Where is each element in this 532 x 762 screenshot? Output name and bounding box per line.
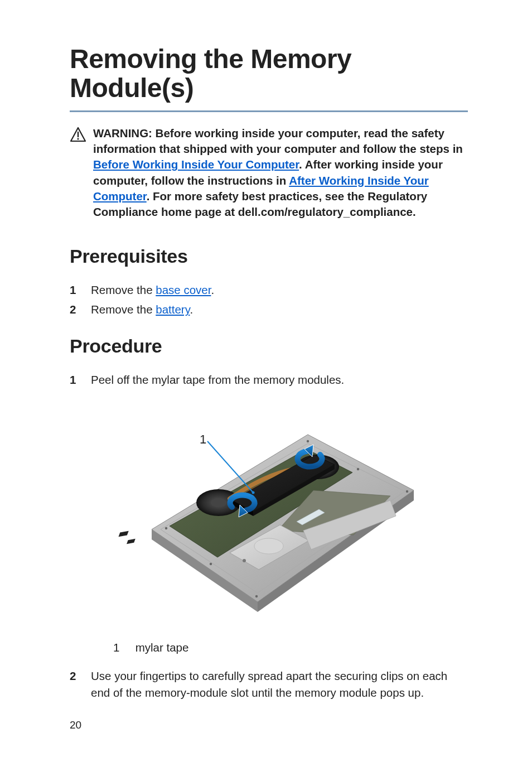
link-base-cover[interactable]: base cover [156,283,211,296]
svg-rect-21 [118,530,128,537]
procedure-list-part2: 2 Use your fingertips to carefully sprea… [70,668,468,702]
svg-point-14 [254,538,283,554]
prerequisites-list: 1 Remove the base cover. 2 Remove the ba… [70,282,468,319]
warning-icon [70,127,86,144]
heading-procedure: Procedure [70,335,468,357]
legend-label: mylar tape [136,641,189,654]
step-text: Remove the base cover. [91,282,214,299]
svg-point-2 [77,138,79,139]
svg-point-10 [211,498,226,507]
svg-rect-22 [127,538,136,543]
page-title: Removing the Memory Module(s) [70,45,468,103]
page-number: 20 [70,719,81,731]
svg-point-32 [357,467,359,470]
list-item: 2 Use your fingertips to carefully sprea… [70,668,468,702]
step-text: Remove the battery. [91,301,193,319]
link-battery[interactable]: battery [156,303,190,316]
warning-text: WARNING: Before working inside your comp… [93,126,468,220]
svg-point-27 [165,527,167,529]
title-divider [70,110,468,112]
figure-mylar-tape: 1 [113,401,425,624]
svg-point-15 [243,559,246,562]
svg-point-28 [307,440,309,442]
warning-prefix: WARNING: Before working inside your comp… [93,127,463,155]
warning-block: WARNING: Before working inside your comp… [70,126,468,220]
procedure-list-part1: 1 Peel off the mylar tape from the memor… [70,372,468,389]
step-number: 2 [70,301,80,319]
figure-callout-number: 1 [200,432,206,446]
step-number: 2 [70,668,80,685]
svg-point-29 [406,490,408,492]
list-item: 1 Remove the base cover. [70,282,468,299]
step-text: Use your fingertips to carefully spread … [91,668,468,702]
list-item: 2 Remove the battery. [70,301,468,319]
step-number: 1 [70,372,80,389]
list-item: 1 Peel off the mylar tape from the memor… [70,372,468,389]
svg-point-26 [252,491,255,494]
step-number: 1 [70,282,80,299]
step-text: Peel off the mylar tape from the memory … [91,372,344,389]
svg-point-31 [210,562,212,565]
figure-wrapper: 1 [70,401,468,624]
heading-prerequisites: Prerequisites [70,245,468,267]
link-before-working[interactable]: Before Working Inside Your Computer [93,158,299,171]
legend-number: 1 [113,641,132,654]
svg-point-30 [255,595,258,597]
figure-legend: 1 mylar tape [70,641,468,654]
